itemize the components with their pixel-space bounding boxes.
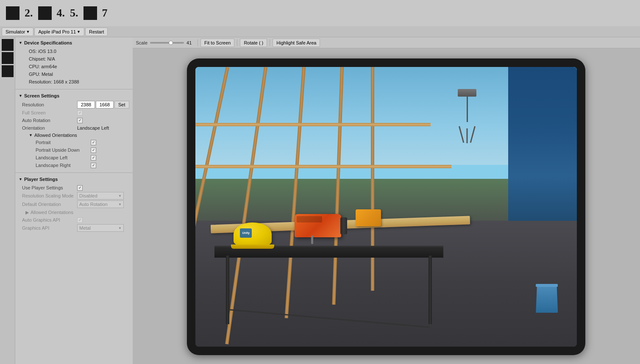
portrait-label: Portrait (36, 140, 91, 145)
device-specs-header[interactable]: ▼ Device Specifications (15, 39, 133, 47)
full-screen-label: Full Screen (22, 110, 77, 115)
use-player-settings-checkbox[interactable] (77, 185, 83, 191)
allowed-orientations-label: Allowed Orientations (34, 133, 77, 138)
orientation-row: Orientation Landscape Left (22, 124, 133, 132)
resolution-width-input[interactable] (77, 101, 95, 108)
resolution-spec-row: Resolution: 1668 x 2388 (22, 78, 133, 86)
default-orientation-dropdown[interactable]: Auto Rotation ▼ (77, 200, 124, 208)
ipad-screen: Unity (195, 67, 577, 347)
toolbar-icon-3[interactable] (38, 6, 52, 20)
player-settings-triangle-icon: ▼ (19, 177, 22, 181)
light-head (458, 89, 476, 97)
portrait-checkbox[interactable] (91, 140, 96, 145)
stand-pole (467, 97, 468, 122)
scene-background: Unity (195, 67, 577, 347)
landscape-right-checkbox[interactable] (91, 163, 96, 168)
side-nav-icon-3[interactable] (2, 65, 14, 77)
os-value: OS: iOS 13.0 (29, 49, 56, 54)
workbench-leg-1 (226, 256, 229, 324)
toolbar-num-7: 7 (102, 8, 108, 19)
clamp-tool (356, 209, 381, 226)
orientation-value: Landscape Left (77, 125, 109, 131)
graphics-api-label: Graphics API (22, 225, 77, 231)
fit-to-screen-button[interactable]: Fit to Screen (200, 39, 234, 47)
portrait-upside-down-checkbox[interactable] (91, 147, 96, 153)
landscape-left-label: Landscape Left (36, 155, 91, 160)
use-player-settings-label: Use Player Settings (22, 185, 77, 190)
default-orientation-row: Default Orientation Auto Rotation ▼ (22, 200, 133, 208)
resolution-spec-value: Resolution: 1668 x 2388 (29, 79, 79, 84)
graphics-api-dropdown[interactable]: Metal ▼ (77, 224, 124, 232)
right-panel: Scale 41 Fit to Screen Rotate ( ) Highli… (133, 37, 640, 364)
toolbar-divider-1 (198, 39, 198, 46)
screen-settings-section: ▼ Screen Settings Resolution Set (15, 90, 133, 172)
hard-hat-brim (231, 245, 274, 249)
player-settings-content: Use Player Settings Resolution Scaling M… (15, 183, 133, 233)
bucket (536, 284, 558, 313)
left-panel-wrapper: ▼ Device Specifications OS: iOS 13.0 Chi… (0, 37, 133, 364)
full-screen-checkbox[interactable] (77, 110, 83, 116)
toolbar-num-4: 4. (57, 8, 65, 19)
auto-rotation-row: Auto Rotation (22, 117, 133, 124)
screen-settings-triangle-icon: ▼ (19, 94, 22, 98)
simulator-arrow-icon: ▼ (26, 30, 30, 34)
allowed-orientations-content: Portrait Portrait Upside Down Landscape … (29, 139, 133, 169)
screen-settings-header[interactable]: ▼ Screen Settings (15, 92, 133, 100)
player-allowed-orientations-label: Allowed Orientations (31, 210, 86, 215)
top-toolbar: 2. 4. 5. 7 (0, 0, 640, 26)
gpu-row: GPU: Metal (22, 70, 133, 78)
workbench-leg-2 (429, 256, 432, 324)
simulator-button[interactable]: Simulator ▼ (2, 28, 33, 36)
resolution-height-input[interactable] (96, 101, 114, 108)
full-screen-row: Full Screen (22, 109, 133, 117)
landscape-right-label: Landscape Right (36, 163, 91, 168)
resolution-label: Resolution (22, 102, 77, 107)
preview-toolbar: Scale 41 Fit to Screen Rotate ( ) Highli… (133, 37, 640, 48)
default-orientation-label: Default Orientation (22, 202, 77, 207)
landscape-left-checkbox[interactable] (91, 155, 96, 161)
player-settings-header[interactable]: ▼ Player Settings (15, 175, 133, 183)
landscape-right-row: Landscape Right (36, 161, 133, 169)
graphics-api-row: Graphics API Metal ▼ (22, 224, 133, 232)
resolution-row: Resolution Set (22, 100, 133, 109)
default-orientation-arrow-icon: ▼ (118, 203, 122, 206)
chipset-row: Chipset: N/A (22, 55, 133, 63)
toolbar-num-2: 2. (25, 8, 33, 19)
scale-slider-thumb (169, 41, 173, 45)
scale-value: 41 (186, 40, 195, 45)
device-specs-section: ▼ Device Specifications OS: iOS 13.0 Chi… (15, 37, 133, 88)
toolbar-icon-1[interactable] (6, 6, 19, 20)
graphics-api-arrow-icon: ▼ (118, 226, 122, 230)
hard-hat-logo: Unity (240, 228, 252, 238)
rotate-button[interactable]: Rotate ( ) (240, 39, 267, 47)
main-layout: ▼ Device Specifications OS: iOS 13.0 Chi… (0, 37, 640, 364)
toolbar-num-5: 5. (70, 8, 78, 19)
cpu-value: CPU: arm64e (29, 64, 57, 69)
highlight-safe-area-button[interactable]: Highlight Safe Area (273, 39, 320, 47)
scale-label: Scale (136, 40, 148, 45)
player-settings-section: ▼ Player Settings Use Player Settings Re… (15, 174, 133, 235)
leg-3 (467, 128, 468, 143)
portrait-upside-down-row: Portrait Upside Down (36, 146, 133, 154)
auto-rotation-checkbox[interactable] (77, 118, 83, 123)
left-content-panel: ▼ Device Specifications OS: iOS 13.0 Chi… (15, 37, 133, 364)
use-player-settings-row: Use Player Settings (22, 184, 133, 192)
device-specs-triangle-icon: ▼ (19, 41, 22, 45)
device-selector-button[interactable]: Apple iPad Pro 11 ▼ (34, 28, 84, 36)
side-nav-icon-2[interactable] (2, 52, 14, 64)
hard-hat-body: Unity (234, 222, 272, 246)
resolution-scaling-mode-label: Resolution Scaling Mode (22, 193, 77, 198)
side-nav-icon-1[interactable] (2, 39, 14, 51)
toolbar-icon-6[interactable] (83, 6, 97, 20)
restart-button[interactable]: Restart (85, 28, 108, 36)
auto-graphics-api-checkbox[interactable] (77, 217, 83, 223)
resolution-scaling-mode-dropdown[interactable]: Disabled ▼ (77, 192, 124, 200)
portrait-upside-down-label: Portrait Upside Down (36, 147, 91, 153)
set-resolution-button[interactable]: Set (114, 101, 129, 108)
chipset-value: Chipset: N/A (29, 56, 55, 61)
auto-rotation-label: Auto Rotation (22, 118, 77, 123)
light-stand (456, 89, 478, 144)
device-arrow-icon: ▼ (77, 30, 81, 34)
allowed-orientations-header[interactable]: ▼ Allowed Orientations (29, 132, 133, 139)
scale-slider[interactable] (150, 42, 184, 44)
